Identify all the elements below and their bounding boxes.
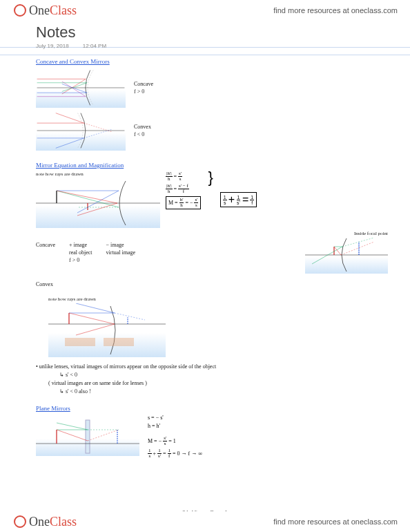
resources-link-top[interactable]: find more resources at oneclass.com (273, 6, 398, 15)
datetime: July 19, 2018 12:04 PM (36, 43, 106, 49)
brand-logo-bottom: OneClass (14, 515, 77, 529)
svg-line-24 (77, 203, 117, 216)
pf-zero: = 0 (173, 450, 180, 457)
pf-r2: f (168, 454, 170, 459)
svg-line-48 (57, 423, 88, 430)
concave-label2: Concave (36, 242, 55, 248)
convex-ray-diagram (48, 303, 166, 357)
convex-label2: Convex (36, 281, 53, 287)
brace-icon: } (208, 171, 213, 184)
eq1d: s (179, 177, 182, 182)
note-rays: note how rays are drawn (36, 171, 160, 177)
svg-rect-41 (65, 338, 95, 346)
concave-mirror-diagram (36, 68, 126, 108)
eqM-lbl: M = (168, 200, 178, 206)
svg-line-11 (56, 113, 84, 124)
svg-line-50 (57, 430, 88, 441)
eq2-den: h (167, 189, 171, 194)
col1b: real object (69, 249, 92, 256)
plane-eqM: M = − (148, 438, 162, 444)
eq-eq1: = (174, 173, 177, 180)
mirror-eq-diagram (36, 178, 160, 228)
pm-val: = 1 (168, 438, 176, 444)
bullet-sub1: ↳ s' < 0 (59, 372, 388, 378)
equation-block: |h'|h = s's |h'|h = s' − ff M = h'h = − … (166, 171, 201, 209)
plane-eq1: s = − s' (148, 415, 202, 421)
svg-line-23 (57, 191, 117, 203)
pf-inf: → f → ∞ (182, 450, 202, 457)
concave-f: f > 0 (134, 88, 153, 95)
concave-label: Concave (134, 81, 153, 87)
me-plus: + (228, 193, 235, 206)
col2b: virtual image (106, 249, 135, 256)
me-r1: 1 (250, 195, 254, 200)
svg-line-2 (62, 79, 86, 94)
pf-eq: = (163, 450, 166, 457)
section3-heading: Plane Mirrors (36, 405, 388, 412)
eq2d: f (182, 189, 185, 194)
convex-label: Convex (134, 124, 151, 130)
svg-line-38 (115, 313, 145, 320)
inside-focal-label: Inside focal point (354, 231, 388, 236)
brand-one-bottom: One (29, 515, 50, 529)
convex-f: f < 0 (134, 131, 151, 137)
pm-b: s (164, 441, 167, 446)
eq-eq2: = (174, 186, 177, 192)
convex-mirror-diagram (36, 111, 126, 151)
logo-circle-icon (14, 4, 26, 17)
eqMb: h (179, 203, 184, 208)
svg-line-30 (342, 238, 374, 247)
date: July 19, 2018 (36, 43, 69, 49)
svg-line-40 (76, 324, 115, 335)
logo-circle-icon-bottom (14, 515, 26, 528)
brand-class-bottom: Class (50, 515, 77, 529)
eqM-neg: = − (185, 200, 193, 206)
note-rays2: note how rays are drawn (48, 296, 96, 302)
svg-line-29 (312, 247, 342, 264)
plane-equations: s = − s' h = h' M = − s's = 1 1s + 1s' =… (148, 415, 202, 459)
me-l2: s (223, 200, 227, 205)
svg-line-4 (62, 83, 87, 92)
svg-rect-43 (86, 420, 90, 453)
pf-m2: s' (157, 454, 162, 459)
pf-l2: s (148, 454, 151, 459)
col1c: f > 0 (69, 257, 92, 263)
svg-line-32 (341, 242, 374, 255)
resources-link-bottom[interactable]: find more resources at oneclass.com (273, 517, 398, 526)
bullet2: ( virtual images are on same side for le… (48, 380, 388, 386)
svg-line-14 (56, 138, 84, 149)
svg-line-8 (62, 82, 86, 97)
me-eq: = (242, 193, 248, 206)
bullet-note: • unlike lenses, virtual images of mirro… (36, 363, 388, 370)
section2-heading: Mirror Equation and Magnification (36, 162, 388, 169)
header-top: OneClass find more resources at oneclass… (0, 0, 410, 21)
svg-line-6 (62, 84, 87, 93)
svg-rect-42 (104, 338, 134, 346)
me-l1: 1 (223, 195, 227, 200)
col2a: − image (106, 242, 135, 248)
page-title: Notes (36, 23, 75, 41)
me-r2: f (251, 200, 253, 205)
plane-eq2: h = h' (148, 423, 202, 429)
svg-line-37 (76, 303, 115, 313)
brand-one: One (29, 3, 50, 18)
bullet2-sub: ↳ s' < 0 also ! (59, 388, 388, 395)
time: 12:04 PM (83, 43, 106, 49)
brand-class: Class (50, 3, 77, 18)
svg-line-51 (88, 430, 119, 441)
eq1-den: h (167, 177, 171, 182)
eqMd: s (195, 203, 198, 208)
svg-line-39 (69, 313, 115, 324)
pf-plus: + (153, 450, 157, 457)
mirror-equation: 1s + 1s' = 1f (220, 192, 257, 207)
header-bottom: OneClass find more resources at oneclass… (0, 511, 410, 532)
me-m1: 1 (237, 195, 241, 200)
inside-focal-diagram (305, 236, 388, 274)
col1a: + image (69, 242, 92, 248)
me-m2: s' (236, 200, 241, 205)
section1-heading: Concave and Convex Mirrors (36, 58, 388, 65)
brand-logo: OneClass (14, 3, 77, 18)
plane-mirror-diagram (36, 417, 139, 456)
